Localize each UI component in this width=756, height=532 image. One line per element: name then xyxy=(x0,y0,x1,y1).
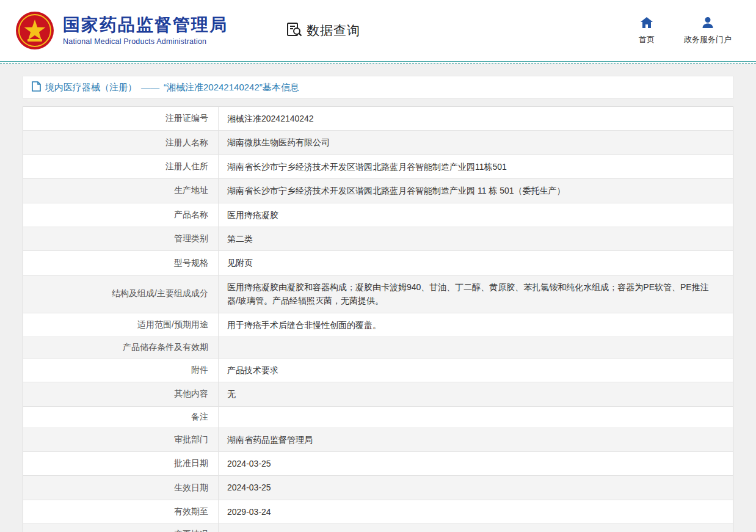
table-row: 型号规格见附页 xyxy=(23,251,733,275)
page-title: “湘械注准20242140242”基本信息 xyxy=(164,82,299,93)
row-label: 注册人名称 xyxy=(23,131,219,154)
row-label: 变更情况 xyxy=(23,524,219,532)
row-label: 其他内容 xyxy=(23,382,219,406)
info-table: 注册证编号湘械注准20242140242注册人名称湖南微肽生物医药有限公司注册人… xyxy=(23,106,733,532)
nav-portal-label: 政务服务门户 xyxy=(684,34,732,45)
table-row: 产品名称医用痔疮凝胶 xyxy=(23,203,733,227)
table-row: 审批部门湖南省药品监督管理局 xyxy=(23,428,733,452)
table-row: 变更情况 xyxy=(23,524,733,532)
user-icon xyxy=(702,16,714,31)
table-row: 生产地址湖南省长沙市宁乡经济技术开发区谐园北路蓝月谷智能制造产业园 11 栋 5… xyxy=(23,179,733,203)
row-value: 湖南微肽生物医药有限公司 xyxy=(219,131,733,154)
main-content: 境内医疗器械（注册） —— “湘械注准20242140242”基本信息 注册证编… xyxy=(23,64,733,532)
home-icon xyxy=(640,16,653,31)
breadcrumb: 境内医疗器械（注册） —— “湘械注准20242140242”基本信息 xyxy=(23,76,733,99)
row-value: 无 xyxy=(219,382,733,406)
row-value xyxy=(219,524,733,532)
row-label: 有效期至 xyxy=(23,500,219,523)
row-label: 产品储存条件及有效期 xyxy=(23,337,219,358)
table-row: 备注 xyxy=(23,407,733,428)
org-name-zh: 国家药品监督管理局 xyxy=(63,15,228,35)
table-row: 产品储存条件及有效期 xyxy=(23,337,733,359)
row-label: 备注 xyxy=(23,407,219,428)
table-row: 管理类别第二类 xyxy=(23,227,733,251)
row-label: 审批部门 xyxy=(23,428,219,451)
row-value: 用于痔疮手术后缝合非慢性创面的覆盖。 xyxy=(219,313,733,337)
nav-portal[interactable]: 政务服务门户 xyxy=(684,16,732,45)
data-query-icon xyxy=(286,21,303,40)
org-name-en: National Medical Products Administration xyxy=(63,37,228,46)
table-row: 附件产品技术要求 xyxy=(23,359,733,382)
row-label: 批准日期 xyxy=(23,452,219,475)
row-value: 湖南省长沙市宁乡经济技术开发区谐园北路蓝月谷智能制造产业园 11 栋 501（委… xyxy=(219,179,733,202)
section-title: 数据查询 xyxy=(286,21,360,40)
row-label: 管理类别 xyxy=(23,227,219,250)
table-row: 批准日期2024-03-25 xyxy=(23,452,733,476)
row-value: 产品技术要求 xyxy=(219,359,733,382)
section-label: 数据查询 xyxy=(307,22,360,39)
row-label: 注册证编号 xyxy=(23,107,219,130)
nmpa-logo xyxy=(15,11,54,50)
row-value: 湘械注准20242140242 xyxy=(219,107,733,130)
row-label: 产品名称 xyxy=(23,203,219,227)
nav-home[interactable]: 首页 xyxy=(639,16,655,45)
table-row: 注册人住所湖南省长沙市宁乡经济技术开发区谐园北路蓝月谷智能制造产业园11栋501 xyxy=(23,155,733,179)
row-label: 注册人住所 xyxy=(23,155,219,178)
table-row: 适用范围/预期用途用于痔疮手术后缝合非慢性创面的覆盖。 xyxy=(23,313,733,337)
table-row: 有效期至2029-03-24 xyxy=(23,500,733,524)
row-label: 结构及组成/主要组成成分 xyxy=(23,275,219,313)
table-row: 生效日期2024-03-25 xyxy=(23,476,733,500)
org-titles: 国家药品监督管理局 National Medical Products Admi… xyxy=(63,15,228,45)
row-value: 见附页 xyxy=(219,251,733,274)
row-value xyxy=(219,407,733,428)
row-value: 2024-03-25 xyxy=(219,452,733,475)
table-row: 注册人名称湖南微肽生物医药有限公司 xyxy=(23,131,733,155)
breadcrumb-separator: —— xyxy=(141,82,159,93)
row-value: 2029-03-24 xyxy=(219,500,733,523)
table-row: 其他内容无 xyxy=(23,382,733,406)
breadcrumb-category[interactable]: 境内医疗器械（注册） xyxy=(45,82,137,93)
row-value: 湖南省药品监督管理局 xyxy=(219,428,733,451)
row-value xyxy=(219,337,733,358)
nav-home-label: 首页 xyxy=(639,34,655,45)
document-icon xyxy=(32,81,41,94)
row-label: 附件 xyxy=(23,359,219,382)
row-label: 型号规格 xyxy=(23,251,219,274)
row-value: 第二类 xyxy=(219,227,733,250)
header-nav: 首页 政务服务门户 xyxy=(639,16,732,45)
row-label: 适用范围/预期用途 xyxy=(23,313,219,337)
row-label: 生效日期 xyxy=(23,476,219,499)
row-value: 湖南省长沙市宁乡经济技术开发区谐园北路蓝月谷智能制造产业园11栋501 xyxy=(219,155,733,178)
row-value: 医用痔疮凝胶 xyxy=(219,203,733,227)
site-header: 国家药品监督管理局 National Medical Products Admi… xyxy=(0,0,756,61)
row-value: 2024-03-25 xyxy=(219,476,733,499)
row-value: 医用痔疮凝胶由凝胶和容器构成；凝胶由卡波姆940、甘油、丁二醇、黄原胶、苯扎氯铵… xyxy=(219,275,733,313)
row-label: 生产地址 xyxy=(23,179,219,202)
table-row: 结构及组成/主要组成成分医用痔疮凝胶由凝胶和容器构成；凝胶由卡波姆940、甘油、… xyxy=(23,275,733,313)
table-row: 注册证编号湘械注准20242140242 xyxy=(23,107,733,131)
